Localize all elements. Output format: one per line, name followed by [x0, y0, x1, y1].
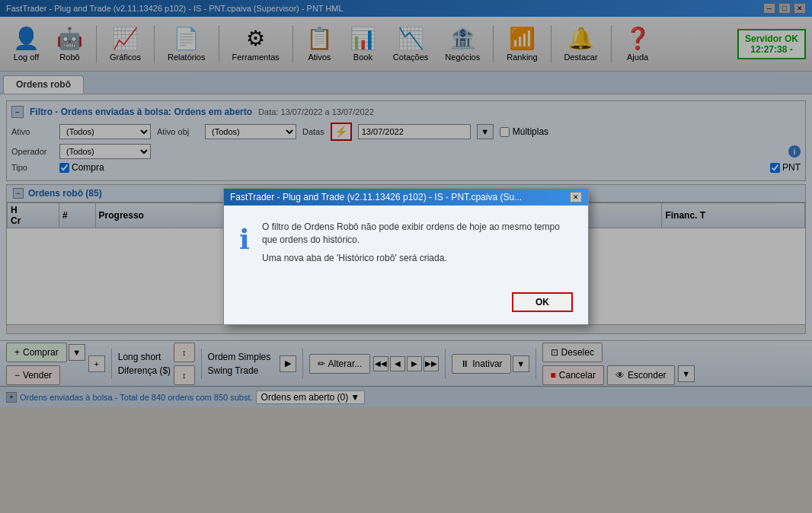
dialog-text: O filtro de Ordens Robô não pode exibir … — [262, 221, 573, 271]
dialog-info-icon: ℹ — [239, 224, 250, 256]
dialog-title-text: FastTrader - Plug and Trade (v2.11.13426… — [230, 192, 522, 202]
dialog-message2: Uma nova aba de 'Histórico robô' será cr… — [262, 252, 573, 265]
dialog-message1: O filtro de Ordens Robô não pode exibir … — [262, 221, 573, 247]
dialog-ok-button[interactable]: OK — [512, 292, 573, 312]
dialog-overlay: FastTrader - Plug and Trade (v2.11.13426… — [0, 0, 812, 513]
dialog-title-bar: FastTrader - Plug and Trade (v2.11.13426… — [224, 189, 588, 206]
dialog-close-button[interactable]: ✕ — [570, 192, 582, 202]
dialog-footer: OK — [224, 286, 588, 324]
dialog-body: ℹ O filtro de Ordens Robô não pode exibi… — [224, 206, 588, 286]
dialog: FastTrader - Plug and Trade (v2.11.13426… — [223, 188, 589, 325]
